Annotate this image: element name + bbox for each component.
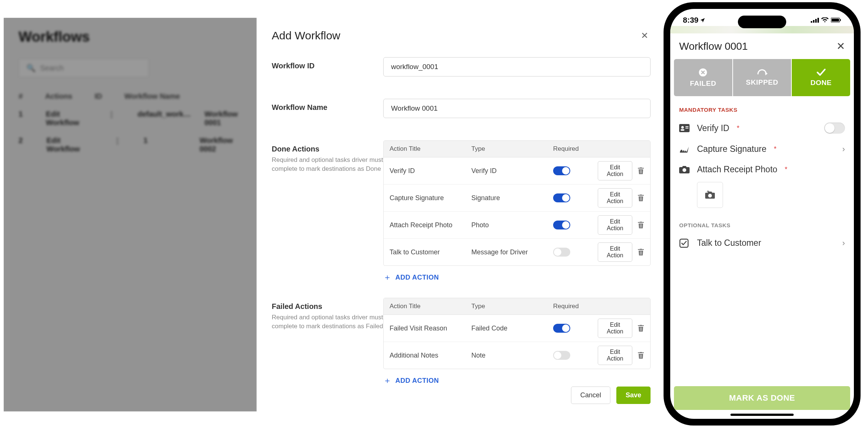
trash-icon[interactable] — [638, 248, 644, 256]
segment-label: DONE — [810, 79, 832, 87]
save-button[interactable]: Save — [616, 387, 651, 404]
trash-icon[interactable] — [638, 167, 644, 175]
trash-icon[interactable] — [638, 194, 644, 202]
workflow-name-input[interactable] — [383, 99, 651, 118]
edit-action-button[interactable]: Edit Action — [598, 188, 632, 208]
required-toggle[interactable] — [553, 166, 570, 175]
modal-overlay — [4, 18, 256, 411]
trash-icon[interactable] — [638, 325, 644, 332]
svg-point-13 — [683, 168, 686, 172]
done-actions-header: Done Actions — [272, 145, 383, 153]
chevron-right-icon: › — [842, 144, 845, 154]
edit-action-button[interactable]: Edit Action — [598, 319, 632, 338]
battery-icon — [831, 17, 841, 23]
task-label: Talk to Customer — [697, 238, 761, 248]
mark-as-done-button[interactable]: MARK AS DONE — [674, 386, 850, 410]
status-segmented-control: FAILED SKIPPED DONE — [674, 59, 850, 96]
required-toggle[interactable] — [553, 193, 570, 202]
edit-action-button[interactable]: Edit Action — [598, 242, 632, 262]
plus-icon: ＋ — [383, 375, 392, 386]
skipped-icon — [756, 69, 768, 76]
wifi-icon — [821, 17, 829, 23]
required-toggle[interactable] — [553, 248, 570, 257]
edit-action-button[interactable]: Edit Action — [598, 215, 632, 235]
done-actions-subtext: Required and optional tasks driver must … — [272, 156, 383, 173]
required-asterisk: * — [785, 166, 787, 173]
failed-actions-subtext: Required and optional tasks driver must … — [272, 313, 383, 331]
done-icon — [816, 68, 826, 76]
signature-icon — [679, 145, 690, 153]
add-action-label: ADD ACTION — [396, 377, 439, 385]
action-row: Attach Receipt Photo Photo Edit Action — [384, 212, 650, 239]
close-icon[interactable]: ✕ — [639, 28, 651, 43]
segment-done[interactable]: DONE — [792, 59, 850, 96]
svg-text:+: + — [707, 190, 709, 194]
svg-rect-12 — [685, 128, 688, 128]
action-row: Verify ID Verify ID Edit Action — [384, 157, 650, 185]
trash-icon[interactable] — [638, 352, 644, 359]
cancel-button[interactable]: Cancel — [571, 387, 610, 404]
done-actions-table: Action Title Type Required Verify ID Ver… — [383, 140, 651, 266]
required-toggle[interactable] — [553, 351, 570, 360]
close-icon[interactable]: ✕ — [836, 40, 845, 52]
location-icon — [700, 17, 705, 23]
action-table-header: Action Title Type Required — [384, 298, 650, 315]
trash-icon[interactable] — [638, 221, 644, 229]
svg-rect-10 — [681, 129, 684, 131]
workflow-id-input[interactable] — [383, 57, 651, 76]
svg-rect-0 — [811, 21, 812, 23]
id-card-icon — [679, 124, 690, 132]
action-row: Failed Visit Reason Failed Code Edit Act… — [384, 315, 650, 342]
failed-icon — [698, 68, 708, 77]
segment-label: SKIPPED — [746, 78, 778, 87]
mandatory-section-label: MANDATORY TASKS — [679, 107, 845, 113]
optional-section-label: OPTIONAL TASKS — [679, 222, 845, 228]
svg-point-14 — [708, 194, 712, 198]
task-capture-signature[interactable]: Capture Signature* › — [670, 139, 854, 159]
segment-label: FAILED — [690, 79, 716, 88]
dynamic-island — [738, 16, 786, 28]
chevron-right-icon: › — [842, 238, 845, 248]
add-action-label: ADD ACTION — [396, 274, 439, 281]
dialog-title: Add Workflow — [272, 29, 341, 42]
add-failed-action-button[interactable]: ＋ ADD ACTION — [383, 375, 651, 386]
status-time: 8:39 — [683, 16, 698, 25]
task-toggle[interactable] — [824, 123, 845, 134]
required-toggle[interactable] — [553, 324, 570, 333]
add-workflow-dialog: Add Workflow ✕ Workflow ID Workflow Name — [256, 18, 665, 411]
required-asterisk: * — [774, 145, 777, 153]
plus-icon: ＋ — [383, 272, 392, 283]
mobile-preview: 8:39 Workflow 0001 ✕ FAILED — [664, 2, 861, 426]
edit-action-button[interactable]: Edit Action — [598, 346, 632, 365]
svg-rect-11 — [685, 126, 688, 127]
home-indicator — [730, 414, 794, 416]
failed-actions-header: Failed Actions — [272, 302, 383, 311]
task-attach-photo[interactable]: Attach Receipt Photo* — [670, 159, 854, 180]
svg-point-9 — [681, 126, 684, 129]
add-photo-button[interactable]: + — [697, 182, 723, 208]
task-label: Attach Receipt Photo — [697, 164, 777, 175]
action-row: Additional Notes Note Edit Action — [384, 342, 650, 369]
workflow-name-label: Workflow Name — [272, 103, 383, 112]
action-table-header: Action Title Type Required — [384, 141, 650, 157]
required-asterisk: * — [737, 124, 739, 132]
action-row: Talk to Customer Message for Driver Edit… — [384, 239, 650, 265]
task-talk-to-customer[interactable]: Talk to Customer › — [670, 233, 854, 253]
task-verify-id[interactable]: Verify ID* — [670, 117, 854, 139]
edit-action-button[interactable]: Edit Action — [598, 161, 632, 180]
add-done-action-button[interactable]: ＋ ADD ACTION — [383, 272, 651, 283]
segment-skipped[interactable]: SKIPPED — [733, 59, 792, 96]
task-label: Capture Signature — [697, 144, 767, 154]
failed-actions-table: Action Title Type Required Failed Visit … — [383, 298, 651, 369]
task-label: Verify ID — [697, 123, 729, 133]
mobile-workflow-title: Workflow 0001 — [679, 40, 748, 52]
action-row: Capture Signature Signature Edit Action — [384, 185, 650, 212]
required-toggle[interactable] — [553, 221, 570, 229]
svg-rect-6 — [840, 19, 841, 21]
svg-rect-1 — [813, 20, 814, 23]
segment-failed[interactable]: FAILED — [674, 59, 733, 96]
mark-done-label: MARK AS DONE — [729, 393, 795, 403]
svg-rect-2 — [815, 19, 817, 23]
camera-icon — [679, 165, 690, 174]
workflow-id-label: Workflow ID — [272, 62, 383, 70]
